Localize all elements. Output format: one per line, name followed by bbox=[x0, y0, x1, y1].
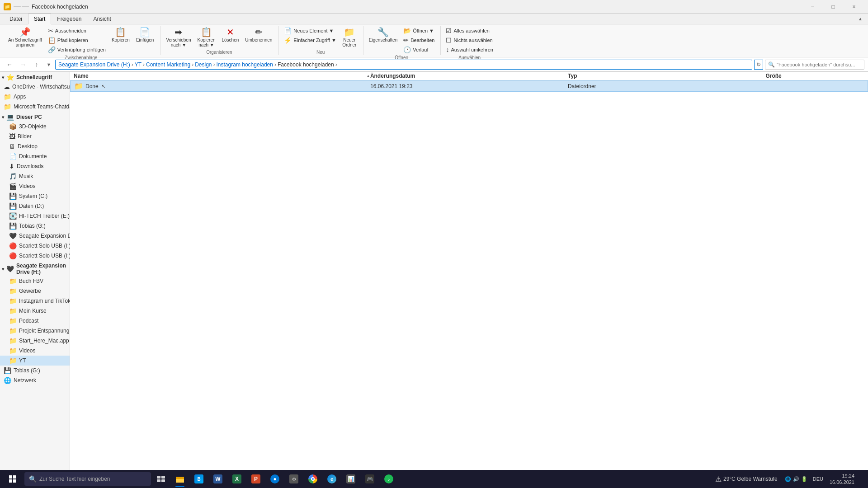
close-button[interactable]: × bbox=[844, 0, 864, 14]
cut-button[interactable]: ✂ Ausschneiden bbox=[46, 26, 108, 35]
breadcrumb-seagate[interactable]: Seagate Expansion Drive (H:) bbox=[58, 61, 130, 68]
search-bar[interactable]: 🔍 bbox=[765, 60, 864, 70]
taskbar-edge[interactable]: e bbox=[323, 470, 341, 488]
show-desktop-button[interactable] bbox=[859, 470, 863, 488]
col-name-header[interactable]: Name bbox=[74, 73, 365, 79]
col-size-header[interactable]: Größe bbox=[765, 73, 864, 79]
sidebar-item-mein-kurse[interactable]: 📁 Mein Kurse bbox=[0, 306, 70, 316]
taskbar-app-blue[interactable]: B bbox=[190, 470, 208, 488]
col-type-header[interactable]: Typ bbox=[568, 73, 765, 79]
app6-icon: ⚙ bbox=[289, 474, 298, 483]
taskbar-weather[interactable]: ⚠ 29°C Gelbe Warnstufe bbox=[712, 475, 781, 483]
breadcrumb-instagram[interactable]: Instagram hochgeladen bbox=[217, 61, 273, 68]
breadcrumb-yt[interactable]: YT bbox=[135, 61, 142, 68]
sidebar-item-seagate-h[interactable]: 🖤 Seagate Expansion Drive (H: bbox=[0, 231, 70, 241]
start-button[interactable] bbox=[2, 470, 24, 488]
sidebar-item-tobias-g2[interactable]: 💾 Tobias (G:) bbox=[0, 366, 70, 375]
sidebar-item-podcast[interactable]: 📁 Podcast bbox=[0, 316, 70, 326]
task-view-button[interactable] bbox=[152, 470, 170, 488]
sidebar-item-downloads[interactable]: ⬇ Downloads bbox=[0, 161, 70, 171]
taskbar-ppt[interactable]: P bbox=[247, 470, 265, 488]
maximize-button[interactable]: □ bbox=[823, 0, 844, 14]
breadcrumb-content[interactable]: Content Marketing bbox=[146, 61, 190, 68]
sidebar-item-projekt[interactable]: 📁 Projekt Entspannung Video bbox=[0, 326, 70, 336]
history-button[interactable]: 🕐 Verlauf bbox=[401, 45, 437, 54]
sidebar-item-desktop[interactable]: 🖥 Desktop bbox=[0, 141, 70, 151]
svg-rect-7 bbox=[161, 479, 165, 482]
sidebar-item-videos2[interactable]: 📁 Videos bbox=[0, 346, 70, 356]
search-input[interactable] bbox=[777, 62, 861, 67]
back-button[interactable]: ← bbox=[4, 59, 15, 70]
invert-selection-button[interactable]: ↕ Auswahl umkehren bbox=[443, 45, 495, 54]
sidebar-item-onedrive[interactable]: ☁ OneDrive - Wirtschaftsuniver bbox=[0, 82, 70, 92]
sidebar-item-buch-fbv[interactable]: 📁 Buch FBV bbox=[0, 276, 70, 286]
sidebar-item-apps[interactable]: 📁 Apps bbox=[0, 92, 70, 102]
sidebar-item-netzwerk[interactable]: 🌐 Netzwerk bbox=[0, 375, 70, 385]
minimize-button[interactable]: − bbox=[802, 0, 823, 14]
sidebar-item-daten-d[interactable]: 💾 Daten (D:) bbox=[0, 201, 70, 211]
sidebar-item-3d[interactable]: 📦 3D-Objekte bbox=[0, 122, 70, 131]
recent-button[interactable]: ▼ bbox=[44, 60, 53, 69]
sidebar-item-seagate-expand[interactable]: ▾ 🖤 Seagate Expansion Drive (H:) bbox=[0, 261, 70, 276]
select-all-button[interactable]: ☑ Alles auswählen bbox=[443, 26, 495, 35]
file-row-done[interactable]: 📁 Done ↖ 16.06.2021 19:23 Dateiordner bbox=[70, 80, 868, 92]
refresh-button[interactable]: ↻ bbox=[754, 60, 763, 70]
sidebar-item-scarlett-i1[interactable]: 🔴 Scarlett Solo USB (I:) bbox=[0, 241, 70, 251]
sidebar-item-musik[interactable]: 🎵 Musik bbox=[0, 171, 70, 181]
open-button[interactable]: 📂 Öffnen ▼ bbox=[401, 26, 437, 35]
pinquickaccess-button[interactable]: 📌 An Schnellzugriffanpinnen bbox=[5, 26, 45, 49]
sidebar-item-dieser-pc[interactable]: ▾ 💻 Dieser PC bbox=[0, 112, 70, 122]
select-none-button[interactable]: ☐ Nichts auswählen bbox=[443, 36, 495, 45]
sidebar-item-teams[interactable]: 📁 Microsoft Teams-Chatdatei bbox=[0, 102, 70, 112]
taskbar-app6[interactable]: ⚙ bbox=[285, 470, 303, 488]
rename-button[interactable]: ✏ Umbenennen bbox=[242, 26, 275, 44]
taskbar-word[interactable]: W bbox=[209, 470, 227, 488]
breadcrumb-design[interactable]: Design bbox=[195, 61, 212, 68]
tab-datei[interactable]: Datei bbox=[4, 14, 28, 24]
sidebar-item-tobias-g[interactable]: 💾 Tobias (G:) bbox=[0, 221, 70, 231]
sidebar-item-gewerbe[interactable]: 📁 Gewerbe bbox=[0, 286, 70, 296]
sidebar-item-hitech-e[interactable]: 💽 HI-TECH Treiber (E:) bbox=[0, 211, 70, 221]
paste-link-button[interactable]: 🔗 Verknüpfung einfügen bbox=[46, 45, 108, 54]
taskbar-chrome[interactable] bbox=[304, 470, 322, 488]
sidebar-item-videos[interactable]: 🎬 Videos bbox=[0, 181, 70, 191]
col-date-header[interactable]: Änderungsdatum bbox=[370, 73, 568, 79]
folder-icon: 📁 bbox=[4, 93, 11, 100]
taskbar-explorer[interactable] bbox=[171, 470, 189, 488]
tab-freigeben[interactable]: Freigeben bbox=[51, 14, 87, 24]
sidebar-item-dokumente[interactable]: 📄 Dokumente bbox=[0, 151, 70, 161]
taskbar-app9[interactable]: 🎮 bbox=[361, 470, 379, 488]
tab-ansicht[interactable]: Ansicht bbox=[87, 14, 117, 24]
properties-button[interactable]: 🔧 Eigenschaften bbox=[366, 26, 400, 44]
taskbar-app8[interactable]: 📊 bbox=[342, 470, 360, 488]
taskbar-system-icons[interactable]: 🌐 🔊 🔋 bbox=[783, 470, 809, 488]
up-button[interactable]: ↑ bbox=[31, 59, 42, 70]
sidebar-item-start-here[interactable]: 📁 Start_Here_Mac.app bbox=[0, 336, 70, 346]
copy-to-button[interactable]: 📋 Kopierennach ▼ bbox=[194, 26, 218, 49]
taskbar-excel[interactable]: X bbox=[228, 470, 246, 488]
move-to-button[interactable]: ➡ Verschiebennach ▼ bbox=[163, 26, 193, 49]
ribbon-collapse-btn[interactable]: ▲ bbox=[858, 16, 863, 21]
edit-button[interactable]: ✏ Bearbeiten bbox=[401, 36, 437, 45]
delete-button[interactable]: ✕ Löschen bbox=[219, 26, 242, 44]
sidebar-item-yt[interactable]: 📁 YT bbox=[0, 356, 70, 366]
new-element-button[interactable]: 📄 Neues Element ▼ bbox=[282, 26, 338, 35]
easy-access-button[interactable]: ⚡ Einfacher Zugriff ▼ bbox=[282, 36, 338, 45]
taskbar-app5[interactable]: ● bbox=[266, 470, 284, 488]
taskbar-lang[interactable]: DEU bbox=[811, 470, 825, 488]
new-folder-button[interactable]: 📁 NeuerOrdner bbox=[340, 26, 359, 49]
tab-start[interactable]: Start bbox=[28, 14, 51, 24]
taskbar-search[interactable]: 🔍 Zur Suche Text hier eingeben bbox=[24, 472, 151, 486]
copy-path-button[interactable]: 📋 Pfad kopieren bbox=[46, 36, 108, 45]
paste-button[interactable]: 📄 Einfügen bbox=[133, 26, 156, 44]
sidebar-item-instagram-tiktok[interactable]: 📁 Instagram und TikTok bbox=[0, 296, 70, 306]
copy-button[interactable]: 📋 Kopieren bbox=[109, 26, 132, 44]
sidebar-item-scarlett-i2[interactable]: 🔴 Scarlett Solo USB (I:) bbox=[0, 251, 70, 261]
sidebar-item-schnellzugriff[interactable]: ▾ ⭐ Schnellzugriff bbox=[0, 72, 70, 82]
taskbar-clock[interactable]: 19:24 16.06.2021 bbox=[827, 473, 857, 486]
taskbar-spotify[interactable]: ♪ bbox=[380, 470, 398, 488]
forward-button[interactable]: → bbox=[17, 59, 29, 70]
sidebar-item-system-c[interactable]: 💾 System (C:) bbox=[0, 191, 70, 201]
breadcrumb-bar[interactable]: Seagate Expansion Drive (H:) › YT › Cont… bbox=[55, 60, 752, 70]
sidebar-item-bilder[interactable]: 🖼 Bilder bbox=[0, 131, 70, 141]
